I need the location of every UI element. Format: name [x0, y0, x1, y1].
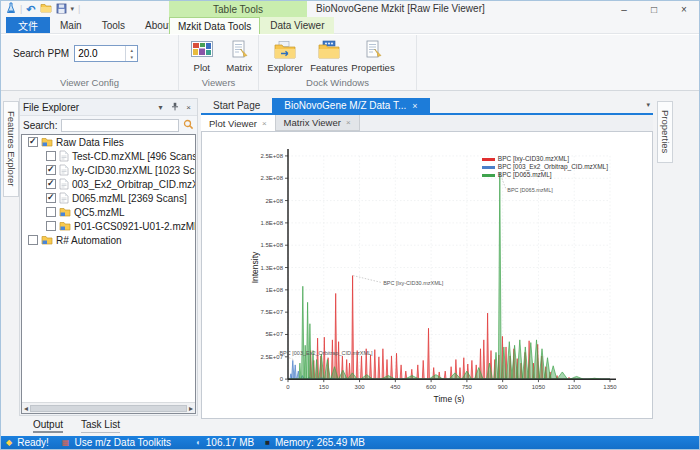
qat-dropdown-icon[interactable]: ▾	[71, 5, 75, 13]
doc-tab-start-page[interactable]: Start Page	[201, 98, 272, 113]
tab-mzkit-data-tools[interactable]: Mzkit Data Tools	[169, 17, 260, 34]
app-window: | ↶ ▾ | Table Tools BioNovoGene Mzkit [R…	[0, 0, 700, 450]
status-toolkit[interactable]: Use m/z Data Toolkits	[74, 437, 171, 448]
tab-close-icon[interactable]: ×	[412, 101, 417, 111]
svg-text:750: 750	[462, 384, 473, 390]
svg-text:2.3E+08: 2.3E+08	[261, 175, 284, 181]
plot-button[interactable]: Plot	[183, 40, 221, 73]
group-viewers: Plot Matrix Viewers	[179, 35, 259, 90]
panel-close-icon[interactable]: ×	[183, 103, 194, 112]
minimize-button[interactable]: –	[609, 1, 639, 17]
folder-icon	[59, 221, 71, 231]
tab-output[interactable]: Output	[33, 419, 63, 433]
tree-checkbox[interactable]	[46, 165, 56, 175]
panel-dropdown-icon[interactable]: ▾	[155, 103, 166, 112]
tab-plot-viewer[interactable]: Plot Viewer ×	[201, 115, 276, 131]
window-title: BioNovoGene Mzkit [Raw File Viewer]	[316, 3, 485, 14]
save-icon[interactable]	[56, 3, 67, 16]
spin-down-icon[interactable]: ▾	[126, 54, 137, 62]
file-icon	[59, 150, 69, 162]
tab-data-viewer[interactable]: Data Viewer	[260, 17, 334, 34]
group-dock-windows: Explorer Features Properties Dock Window…	[259, 35, 417, 90]
properties-button[interactable]: Properties	[351, 40, 395, 73]
svg-text:Intensity: Intensity	[250, 251, 260, 283]
tree-item[interactable]: 003_Ex2_Orbitrap_CID.mzXML [125 Sc	[22, 177, 195, 191]
file-tree[interactable]: Raw Data FilesTest-CD.mzXML [496 Scans]l…	[21, 134, 196, 414]
ribbon: Search PPM ▴ ▾ Viewer Config Plot	[1, 35, 699, 91]
tab-main[interactable]: Main	[50, 17, 92, 33]
tree-checkbox[interactable]	[28, 235, 38, 245]
legend-entry: BPC [003_Ex2_Orbitrap_CID.mzXML]	[482, 164, 608, 170]
search-ppm-label: Search PPM	[13, 48, 69, 59]
svg-text:1350: 1350	[603, 384, 617, 390]
flask-icon[interactable]	[6, 2, 16, 16]
svg-text:5E+07: 5E+07	[266, 331, 284, 337]
file-explorer-panel: File Explorer ▾ × Search: Raw Data Files…	[19, 98, 198, 416]
svg-text:BPC [lxy-CID30.mzXML]: BPC [lxy-CID30.mzXML]	[383, 280, 444, 286]
tab-tools[interactable]: Tools	[92, 17, 135, 33]
chromatogram-plot[interactable]: 02.5E+075E+077.5E+071E+081.3E+081.5E+081…	[201, 131, 653, 419]
separator: |	[78, 4, 80, 14]
tree-checkbox[interactable]	[46, 151, 56, 161]
tree-item[interactable]: Test-CD.mzXML [496 Scans]	[22, 149, 195, 163]
matrix-button[interactable]: Matrix	[221, 40, 259, 73]
tree-checkbox[interactable]	[46, 221, 56, 231]
svg-text:1.3E+08: 1.3E+08	[261, 265, 284, 271]
tree-item[interactable]: lxy-CID30.mzXML [1023 Scans]	[22, 163, 195, 177]
tree-item[interactable]: Raw Data Files	[22, 135, 195, 149]
tab-close-icon[interactable]: ×	[262, 119, 267, 128]
undo-icon[interactable]: ↶	[26, 4, 35, 14]
scroll-left-icon[interactable]: ◂	[24, 404, 28, 413]
tree-item[interactable]: D065.mzML [2369 Scans]	[22, 191, 195, 205]
svg-text:300: 300	[355, 384, 366, 390]
explorer-button[interactable]: Explorer	[263, 40, 307, 73]
memory-icon: ■	[265, 439, 270, 447]
dock-tab-properties[interactable]: Properties	[657, 101, 673, 163]
file-icon	[59, 164, 69, 176]
matrix-icon	[228, 40, 250, 60]
svg-text:Time (s): Time (s)	[434, 394, 465, 404]
svg-text:600: 600	[426, 384, 437, 390]
features-button[interactable]: Features	[307, 40, 351, 73]
close-button[interactable]: ×	[669, 1, 699, 17]
svg-text:2E+08: 2E+08	[266, 198, 284, 204]
document-area: Start Page BioNovoGene M/Z Data T... × ▾…	[201, 98, 653, 419]
tree-item-label: QC5.mzML	[74, 207, 125, 218]
scrollbar-thumb[interactable]	[30, 405, 187, 412]
maximize-button[interactable]: □	[639, 1, 669, 17]
tab-task-list[interactable]: Task List	[81, 419, 120, 433]
tree-item[interactable]: QC5.mzML	[22, 205, 195, 219]
pin-icon[interactable]	[169, 102, 180, 113]
legend-entry: BPC [lxy-CID30.mzXML]	[482, 156, 608, 162]
tab-overflow-icon[interactable]: ▾	[646, 101, 650, 109]
tree-checkbox[interactable]	[46, 179, 56, 189]
svg-text:BPC [003_Ex2_Orbitrap_CID.mzXM: BPC [003_Ex2_Orbitrap_CID.mzXML]	[279, 350, 373, 356]
tree-checkbox[interactable]	[28, 137, 38, 147]
status-ready: Ready!	[17, 437, 49, 448]
file-icon	[59, 178, 69, 190]
spin-up-icon[interactable]: ▴	[126, 46, 137, 54]
search-input[interactable]	[61, 119, 179, 132]
doc-tab-mz-data[interactable]: BioNovoGene M/Z Data T... ×	[272, 98, 429, 113]
svg-text:450: 450	[390, 384, 401, 390]
file-explorer-title: File Explorer	[23, 102, 152, 113]
search-icon[interactable]	[183, 119, 194, 132]
tab-file[interactable]: 文件	[6, 17, 50, 33]
tree-item[interactable]: R# Automation	[22, 233, 195, 247]
open-folder-icon[interactable]	[40, 3, 52, 15]
tab-close-icon[interactable]: ×	[346, 118, 351, 127]
svg-text:900: 900	[498, 384, 509, 390]
legend-swatch	[482, 166, 495, 169]
scroll-right-icon[interactable]: ▸	[189, 404, 193, 413]
tree-checkbox[interactable]	[46, 207, 56, 217]
legend-label: BPC [D065.mzML]	[498, 172, 552, 178]
dock-tab-features-explorer[interactable]: Features Explorer	[3, 101, 19, 197]
toolkit-icon: ▦	[62, 439, 70, 447]
search-ppm-input[interactable]	[75, 46, 125, 61]
tree-checkbox[interactable]	[46, 193, 56, 203]
tree-item[interactable]: P01-GCS0921-U01-2.mzML	[22, 219, 195, 233]
plot-icon	[191, 40, 213, 60]
horizontal-scrollbar[interactable]: ◂ ▸	[22, 402, 195, 413]
contextual-tabs: Mzkit Data Tools Data Viewer	[169, 17, 334, 34]
tab-matrix-viewer[interactable]: Matrix Viewer ×	[276, 115, 360, 131]
